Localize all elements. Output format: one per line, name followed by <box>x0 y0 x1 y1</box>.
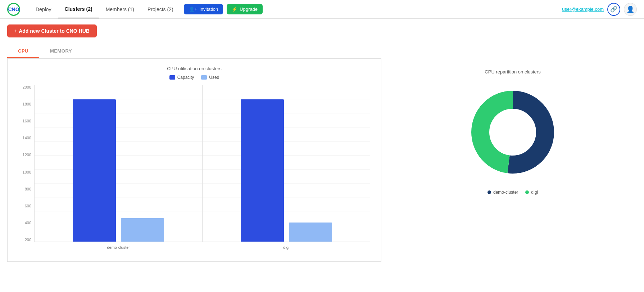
donut-demo-label: demo-cluster <box>493 190 518 195</box>
y-axis: 200 400 600 800 1000 1200 1400 1600 1800… <box>18 85 34 242</box>
legend-capacity: Capacity <box>169 75 194 80</box>
y-label-800: 800 <box>18 187 34 191</box>
tab-memory[interactable]: MEMORY <box>39 45 83 58</box>
legend-capacity-label: Capacity <box>177 75 194 80</box>
donut-chart-title: CPU repartition on clusters <box>485 69 540 75</box>
y-label-200: 200 <box>18 238 34 242</box>
header-right: user@example.com 🔗 👤 <box>562 3 637 16</box>
header: CNO Deploy Clusters (2) Members (1) Proj… <box>0 0 644 19</box>
donut-chart-container: CPU repartition on clusters demo-cluster… <box>389 58 637 262</box>
y-label-2000: 2000 <box>18 85 34 89</box>
y-label-400: 400 <box>18 221 34 225</box>
donut-legend-digi: digi <box>525 190 538 195</box>
y-label-1200: 1200 <box>18 153 34 157</box>
nav-members[interactable]: Members (1) <box>99 0 141 18</box>
y-label-1400: 1400 <box>18 136 34 140</box>
demo-capacity-bar <box>73 99 116 242</box>
user-email[interactable]: user@example.com <box>562 6 604 12</box>
donut-digi-dot <box>525 190 529 194</box>
nav-actions: 👤+ Invitation ⚡ Upgrade <box>184 4 263 14</box>
resource-tabs: CPU MEMORY <box>7 45 637 58</box>
legend-used-label: Used <box>209 75 219 80</box>
bar-chart-legend: Capacity Used <box>18 75 370 80</box>
bars-area: demo-cluster digi <box>34 85 370 242</box>
link-icon[interactable]: 🔗 <box>607 3 620 16</box>
user-avatar[interactable]: 👤 <box>624 3 637 16</box>
bar-chart-title: CPU utilisation on clusters <box>18 66 370 71</box>
person-plus-icon: 👤+ <box>189 6 198 12</box>
plus-icon: + <box>14 28 17 34</box>
logo-circle: CNO <box>7 3 20 16</box>
invitation-button[interactable]: 👤+ Invitation <box>184 4 223 14</box>
lightning-icon: ⚡ <box>232 6 237 12</box>
main-nav: Deploy Clusters (2) Members (1) Projects… <box>29 0 180 18</box>
upgrade-button[interactable]: ⚡ Upgrade <box>227 4 263 14</box>
y-label-1000: 1000 <box>18 170 34 174</box>
donut-center <box>493 112 532 152</box>
main-content: + Add new Cluster to CNO HUB CPU MEMORY … <box>0 19 644 268</box>
charts-area: CPU utilisation on clusters Capacity Use… <box>7 58 637 262</box>
nav-deploy[interactable]: Deploy <box>29 0 58 18</box>
y-label-600: 600 <box>18 204 34 208</box>
demo-cluster-bars: demo-cluster <box>35 85 203 242</box>
digi-bars: digi <box>203 85 371 242</box>
legend-used: Used <box>201 75 219 80</box>
demo-cluster-label: demo-cluster <box>107 245 130 250</box>
tab-cpu[interactable]: CPU <box>7 45 39 58</box>
bar-chart-container: CPU utilisation on clusters Capacity Use… <box>7 58 381 262</box>
y-label-1600: 1600 <box>18 119 34 123</box>
donut-digi-label: digi <box>531 190 538 195</box>
logo[interactable]: CNO <box>7 3 22 16</box>
legend-capacity-dot <box>169 75 175 80</box>
add-cluster-button[interactable]: + Add new Cluster to CNO HUB <box>7 24 97 37</box>
y-label-1800: 1800 <box>18 102 34 106</box>
nav-clusters[interactable]: Clusters (2) <box>58 0 99 18</box>
digi-label: digi <box>283 245 289 250</box>
demo-used-bar <box>121 218 164 242</box>
digi-capacity-bar <box>241 99 284 242</box>
bar-chart-inner: 200 400 600 800 1000 1200 1400 1600 1800… <box>18 85 370 251</box>
legend-used-dot <box>201 75 207 80</box>
donut-legend: demo-cluster digi <box>487 190 538 195</box>
donut-demo-dot <box>487 190 491 194</box>
nav-projects[interactable]: Projects (2) <box>141 0 180 18</box>
digi-used-bar <box>289 223 332 242</box>
donut-legend-demo: demo-cluster <box>487 190 518 195</box>
donut-chart-svg <box>462 82 563 183</box>
